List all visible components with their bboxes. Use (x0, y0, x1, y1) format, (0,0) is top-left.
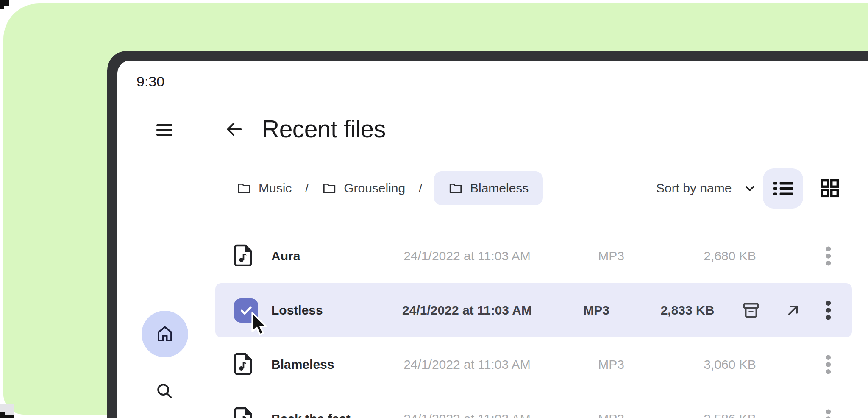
archive-button[interactable] (741, 301, 761, 320)
file-list: Aura 24/1/2022 at 11:03 AM MP3 2,680 KB (215, 229, 852, 418)
breadcrumb-label: Music (259, 181, 292, 195)
more-options-button[interactable] (825, 246, 832, 266)
breadcrumb-separator: / (305, 181, 309, 195)
folder-icon (237, 181, 251, 195)
file-date: 24/1/2022 at 11:03 AM (378, 412, 556, 418)
file-row[interactable]: Aura 24/1/2022 at 11:03 AM MP3 2,680 KB (215, 229, 852, 283)
grid-view-button[interactable] (818, 176, 842, 201)
search-icon (155, 381, 174, 401)
breadcrumb-item[interactable]: Music (233, 171, 296, 205)
tablet-frame: 9:30 Recent files Music / Grouseling / B… (107, 51, 868, 418)
breadcrumb-item[interactable]: Blameless (434, 171, 543, 205)
transparency-artifact (0, 6, 4, 9)
more-vert-icon (825, 300, 832, 320)
file-type: MP3 (556, 357, 666, 372)
artboard: 9:30 Recent files Music / Grouseling / B… (0, 0, 868, 418)
file-size: 2,680 KB (666, 249, 793, 263)
audio-file-icon (234, 407, 253, 418)
grid-view-icon (819, 178, 840, 199)
chevron-down-icon (743, 181, 757, 195)
file-date: 24/1/2022 at 11:03 AM (378, 303, 556, 318)
file-name: Back the fest (271, 412, 378, 418)
file-date: 24/1/2022 at 11:03 AM (378, 357, 556, 372)
status-bar-clock: 9:30 (136, 73, 164, 90)
file-name: Blameless (271, 357, 378, 372)
file-name: Aura (271, 249, 378, 263)
audio-file-icon (234, 244, 253, 268)
sort-label: Sort by name (656, 181, 732, 195)
archive-icon (741, 301, 761, 320)
menu-icon[interactable] (156, 120, 176, 139)
app-window: 9:30 Recent files Music / Grouseling / B… (117, 61, 868, 418)
file-date: 24/1/2022 at 11:03 AM (378, 249, 556, 263)
home-icon (155, 324, 175, 344)
breadcrumb-item[interactable]: Grouseling (318, 171, 409, 205)
page-title: Recent files (262, 115, 386, 143)
more-vert-icon (825, 246, 832, 266)
file-type: MP3 (556, 249, 666, 263)
file-row[interactable]: Lostless 24/1/2022 at 11:03 AM MP3 2,833… (215, 283, 852, 337)
more-options-button[interactable] (825, 300, 832, 320)
breadcrumb-label: Blameless (470, 181, 529, 195)
file-type: MP3 (556, 412, 666, 418)
transparency-artifact (0, 412, 5, 418)
more-vert-icon (825, 409, 832, 418)
back-arrow-icon (225, 120, 244, 139)
breadcrumb: Music / Grouseling / Blameless (233, 171, 543, 205)
folder-icon (322, 181, 337, 195)
mouse-cursor (249, 312, 271, 337)
file-size: 3,060 KB (666, 357, 793, 372)
list-view-button[interactable] (763, 168, 803, 209)
file-size: 2,586 KB (666, 412, 793, 418)
file-size: 2,833 KB (637, 303, 738, 318)
more-options-button[interactable] (825, 354, 832, 375)
more-vert-icon (825, 354, 832, 375)
open-arrow-icon (785, 302, 801, 319)
back-button[interactable] (223, 117, 246, 141)
file-row[interactable]: Back the fest 24/1/2022 at 11:03 AM MP3 … (215, 392, 852, 418)
sort-dropdown[interactable]: Sort by name (656, 171, 757, 205)
nav-home-button[interactable] (142, 311, 188, 357)
file-type: MP3 (556, 303, 637, 318)
file-row[interactable]: Blameless 24/1/2022 at 11:03 AM MP3 3,06… (215, 337, 852, 392)
audio-file-icon (234, 353, 253, 376)
transparency-artifact (0, 0, 9, 6)
open-button[interactable] (785, 302, 801, 319)
list-view-icon (773, 180, 793, 197)
breadcrumb-label: Grouseling (344, 181, 405, 195)
folder-icon (448, 181, 463, 195)
nav-search-button[interactable] (153, 379, 176, 402)
more-options-button[interactable] (825, 409, 832, 418)
breadcrumb-separator: / (419, 181, 422, 195)
transparency-artifact (5, 415, 14, 418)
file-name: Lostless (271, 303, 378, 318)
